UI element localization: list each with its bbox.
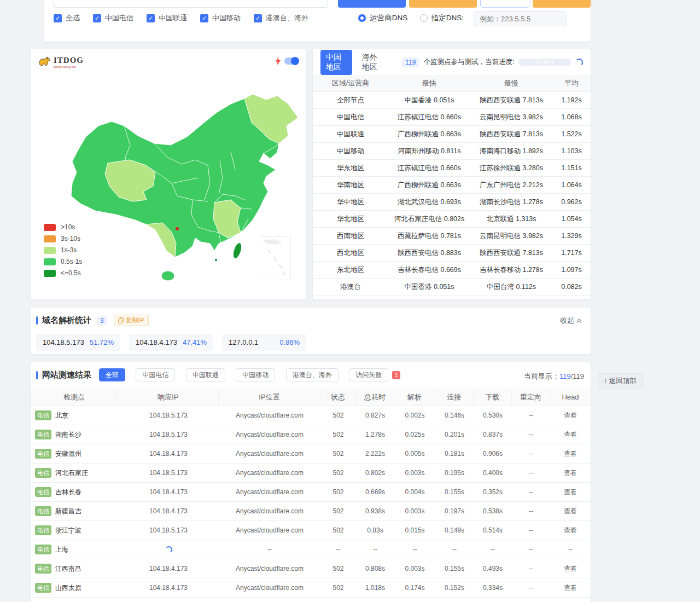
stats-cell: 江苏镇江电信 0.660s bbox=[388, 113, 470, 122]
stats-cell: 港澳台 bbox=[313, 282, 388, 292]
results-header-row: 检测点响应IPIP位置状态总耗时解析连接下载重定向Head bbox=[31, 389, 591, 406]
stats-cell: 西藏拉萨电信 0.781s bbox=[388, 231, 470, 241]
results-header-cell: 总耗时 bbox=[356, 389, 394, 406]
filter-3[interactable]: 中国移动 bbox=[236, 368, 275, 381]
view-head-link[interactable]: 查看 bbox=[550, 526, 591, 535]
dns-ip-chip: 104.18.4.173 47.41% bbox=[129, 334, 213, 351]
legend-label: 3s-10s bbox=[61, 235, 80, 242]
isp-checkbox-2[interactable]: ✓ 中国联通 bbox=[147, 13, 187, 23]
ip-location-cell: Anycast/cloudflare.com bbox=[219, 507, 320, 515]
stats-cell: 河北石家庄电信 0.802s bbox=[388, 215, 470, 224]
connect-time-cell: 0.195s bbox=[435, 469, 474, 477]
stats-cell: 云南昆明电信 3.982s bbox=[470, 231, 552, 241]
results-header-cell: Head bbox=[550, 389, 591, 406]
checkbox-check-icon: ✓ bbox=[93, 14, 101, 22]
status-cell: 502 bbox=[320, 584, 356, 592]
realtime-toggle[interactable] bbox=[284, 57, 299, 65]
isp-badge: 电信 bbox=[35, 564, 51, 574]
toggle-knob bbox=[291, 57, 299, 65]
ip-location-cell: Anycast/cloudflare.com bbox=[219, 431, 320, 438]
copy-ip-button[interactable]: 复制IP bbox=[114, 315, 149, 326]
stats-row: 华东地区江苏镇江电信 0.660s江苏徐州联通 3.280s1.151s bbox=[313, 160, 591, 177]
download-time-cell: 0.514s bbox=[474, 526, 512, 534]
region-stats-table: 区域/运营商最快最慢平均 全部节点中国香港 0.051s陕西西安联通 7.813… bbox=[313, 75, 591, 296]
status-cell: 502 bbox=[320, 526, 356, 534]
results-header-cell: 响应IP bbox=[118, 389, 219, 406]
status-cell: 502 bbox=[320, 488, 356, 496]
target-url-input[interactable] bbox=[54, 0, 328, 8]
tab-china-region[interactable]: 中国地区 bbox=[320, 50, 352, 75]
ip-location-cell: -- bbox=[219, 546, 320, 553]
checkbox-check-icon: ✓ bbox=[200, 14, 208, 22]
dns-ip-chip: 104.18.5.173 51.72% bbox=[36, 334, 120, 351]
legend-label: 0.5s-1s bbox=[61, 258, 82, 265]
back-to-top-button[interactable]: ↑ 返回顶部 bbox=[598, 373, 643, 389]
stats-row: 中国联通广西柳州联通 0.663s陕西西安联通 7.813s1.522s bbox=[313, 126, 591, 143]
total-time-cell: -- bbox=[356, 546, 394, 553]
view-head-link[interactable]: 查看 bbox=[550, 449, 591, 459]
ip-location-cell: Anycast/cloudflare.com bbox=[219, 488, 320, 496]
resolve-time-cell: 0.002s bbox=[394, 412, 435, 419]
download-time-cell: 0.400s bbox=[474, 469, 512, 477]
results-header-cell: 解析 bbox=[394, 389, 435, 406]
resolve-time-cell: 0.003s bbox=[394, 507, 435, 515]
isp-checkbox-3[interactable]: ✓ 中国移动 bbox=[200, 13, 241, 23]
test-button-secondary[interactable] bbox=[409, 0, 477, 8]
response-ip-cell: 104.18.4.173 bbox=[118, 450, 219, 458]
tab-overseas-region[interactable]: 海外地区 bbox=[357, 50, 388, 75]
isp-checkbox-1[interactable]: ✓ 中国电信 bbox=[93, 13, 133, 23]
collapse-button[interactable]: 收起 bbox=[560, 316, 582, 326]
view-head-link[interactable]: 查看 bbox=[550, 488, 591, 497]
test-button-primary[interactable] bbox=[338, 0, 406, 8]
dns-radio-0[interactable]: 运营商DNS bbox=[358, 13, 407, 23]
isp-checkbox-group: ✓ 全选 ✓ 中国电信 ✓ 中国联通 ✓ 中国移动 ✓ 港澳台、海外 bbox=[54, 13, 322, 23]
view-head-link[interactable]: 查看 bbox=[550, 564, 591, 574]
isp-badge: 电信 bbox=[35, 545, 51, 554]
stats-cell: 华南地区 bbox=[313, 181, 388, 190]
stats-cell: 1.068s bbox=[552, 113, 591, 121]
probe-city: 河北石家庄 bbox=[55, 468, 88, 478]
dns-radio-1[interactable]: 指定DNS: bbox=[420, 13, 464, 23]
stats-row: 东北地区吉林长春电信 0.669s吉林长春移动 1.278s1.097s bbox=[313, 262, 591, 279]
view-head-link[interactable]: 查看 bbox=[550, 430, 591, 439]
stats-cell: 云南昆明电信 3.982s bbox=[470, 113, 552, 122]
map-taiwan bbox=[231, 242, 243, 260]
title-accent-bar bbox=[36, 316, 38, 325]
stats-cell: 华中地区 bbox=[313, 198, 388, 207]
ip-location-cell: Anycast/cloudflare.com bbox=[219, 412, 320, 419]
stats-cell: 全部节点 bbox=[313, 96, 388, 105]
filter-4[interactable]: 港澳台、海外 bbox=[286, 368, 339, 381]
dns-ip-list: 104.18.5.173 51.72% 104.18.4.173 47.41% … bbox=[36, 334, 315, 351]
view-head-link[interactable]: 查看 bbox=[550, 468, 591, 478]
filter-5[interactable]: 访问失败 bbox=[349, 368, 388, 381]
stats-cell: 中国台湾 0.112s bbox=[470, 282, 552, 292]
filter-0[interactable]: 全部 bbox=[99, 368, 125, 381]
view-head-link[interactable]: 查看 bbox=[550, 411, 591, 420]
test-button-tertiary[interactable] bbox=[533, 0, 591, 8]
stats-cell: 广东广州电信 2.212s bbox=[470, 181, 552, 190]
checkbox-label: 中国联通 bbox=[159, 13, 187, 23]
view-head-link[interactable]: 查看 bbox=[550, 507, 591, 516]
filter-2[interactable]: 中国联通 bbox=[186, 368, 225, 381]
stats-cell: 北京联通 1.313s bbox=[470, 215, 552, 224]
probe-city: 上海 bbox=[55, 545, 68, 554]
custom-dns-input[interactable] bbox=[474, 11, 567, 26]
filter-1[interactable]: 中国电信 bbox=[136, 368, 175, 381]
probe-city: 江西南昌 bbox=[55, 564, 81, 574]
status-cell: 502 bbox=[320, 450, 356, 458]
test-option-button[interactable] bbox=[480, 0, 529, 8]
result-row: 电信 北京 104.18.5.173 Anycast/cloudflare.co… bbox=[31, 406, 591, 425]
resolve-time-cell: 0.003s bbox=[394, 565, 435, 572]
view-head-link[interactable]: -- bbox=[550, 546, 591, 553]
results-header-cell: 状态 bbox=[320, 389, 356, 406]
isp-checkbox-0[interactable]: ✓ 全选 bbox=[54, 13, 80, 23]
page: ✓ 全选 ✓ 中国电信 ✓ 中国联通 ✓ 中国移动 ✓ 港澳台、海外 运营商DN… bbox=[0, 0, 700, 602]
stats-cell: 陕西西安电信 0.883s bbox=[388, 248, 470, 258]
view-head-link[interactable]: 查看 bbox=[550, 583, 591, 593]
stats-cell: 湖北武汉电信 0.693s bbox=[388, 198, 470, 207]
stats-row: 华南地区广西柳州联通 0.663s广东广州电信 2.212s1.064s bbox=[313, 177, 591, 194]
stats-cell: 1.054s bbox=[552, 215, 591, 223]
isp-checkbox-4[interactable]: ✓ 港澳台、海外 bbox=[254, 13, 308, 23]
download-time-cell: 0.352s bbox=[474, 488, 512, 496]
query-panel: ✓ 全选 ✓ 中国电信 ✓ 中国联通 ✓ 中国移动 ✓ 港澳台、海外 运营商DN… bbox=[44, 0, 591, 42]
